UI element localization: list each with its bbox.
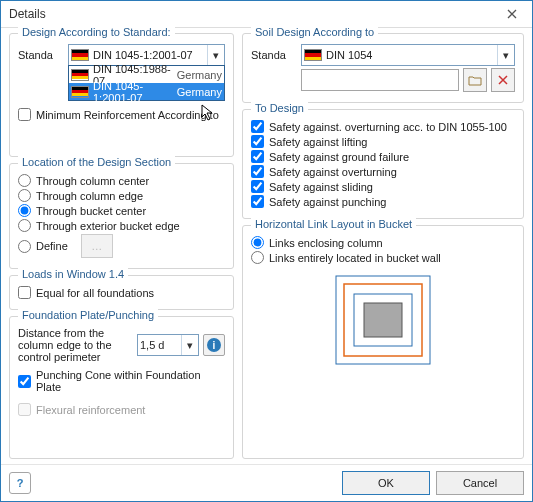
group-loads: Loads in Window 1.4 Equal for all founda… bbox=[9, 275, 234, 310]
chevron-down-icon: ▾ bbox=[207, 45, 224, 65]
radio-label: Links enclosing column bbox=[269, 237, 383, 249]
checkbox-label: Punching Cone within Foundation Plate bbox=[36, 369, 225, 393]
td-punching-checkbox[interactable] bbox=[251, 195, 264, 208]
soil-standard-label: Standa bbox=[251, 49, 297, 61]
equal-foundations-checkbox[interactable] bbox=[18, 286, 31, 299]
radio-label: Through exterior bucket edge bbox=[36, 220, 180, 232]
dropdown-label: DIN 1045-1:2001-07 bbox=[93, 80, 177, 104]
radio-label: Define bbox=[36, 240, 68, 252]
loc-bucket-center-radio[interactable] bbox=[18, 204, 31, 217]
min-reinforcement-checkbox[interactable] bbox=[18, 108, 31, 121]
soil-extra-input[interactable] bbox=[301, 69, 459, 91]
close-button[interactable] bbox=[492, 1, 532, 26]
radio-label: Through bucket center bbox=[36, 205, 146, 217]
folder-button[interactable] bbox=[463, 68, 487, 92]
footer: ? OK Cancel bbox=[1, 464, 532, 501]
group-to-design: To Design Safety against. overturning ac… bbox=[242, 109, 524, 219]
ok-button[interactable]: OK bbox=[342, 471, 430, 495]
distance-select[interactable]: 1,5 d ▾ bbox=[137, 334, 199, 356]
standard-dropdown: DIN 1045:1988-07 Germany DIN 1045-1:2001… bbox=[68, 65, 225, 101]
svg-rect-3 bbox=[364, 303, 402, 337]
standard-select[interactable]: DIN 1045-1:2001-07 ▾ DIN 1045:1988-07 Ge… bbox=[68, 44, 225, 66]
info-icon: i bbox=[207, 338, 221, 352]
loc-define-radio[interactable] bbox=[18, 240, 31, 253]
bucket-diagram bbox=[251, 266, 515, 372]
checkbox-label: Flexural reinforcement bbox=[36, 404, 145, 416]
checkbox-label: Safety against lifting bbox=[269, 136, 367, 148]
group-link-layout: Horizontal Link Layout in Bucket Links e… bbox=[242, 225, 524, 459]
td-lifting-checkbox[interactable] bbox=[251, 135, 264, 148]
radio-label: Through column edge bbox=[36, 190, 143, 202]
details-dialog: Details Design According to Standard: St… bbox=[0, 0, 533, 502]
soil-selected: DIN 1054 bbox=[326, 49, 372, 61]
cancel-button[interactable]: Cancel bbox=[436, 471, 524, 495]
delete-button[interactable] bbox=[491, 68, 515, 92]
radio-label: Links entirely located in bucket wall bbox=[269, 252, 441, 264]
group-title: Foundation Plate/Punching bbox=[18, 309, 158, 321]
group-design-standard: Design According to Standard: Standa DIN… bbox=[9, 33, 234, 157]
info-button[interactable]: i bbox=[203, 334, 225, 356]
group-soil-design: Soil Design According to Standa DIN 1054… bbox=[242, 33, 524, 103]
group-title: Loads in Window 1.4 bbox=[18, 268, 128, 280]
punching-cone-checkbox[interactable] bbox=[18, 375, 31, 388]
links-enclosing-radio[interactable] bbox=[251, 236, 264, 249]
standard-selected: DIN 1045-1:2001-07 bbox=[93, 49, 193, 61]
bucket-diagram-svg bbox=[328, 270, 438, 370]
dropdown-country: Germany bbox=[177, 86, 222, 98]
min-reinforcement-label: Minimum Reinforcement According to bbox=[36, 109, 219, 121]
td-overturning2-checkbox[interactable] bbox=[251, 165, 264, 178]
group-title: Soil Design According to bbox=[251, 26, 378, 38]
checkbox-label: Safety against. overturning acc. to DIN … bbox=[269, 121, 507, 133]
define-button[interactable]: … bbox=[81, 234, 113, 258]
td-ground-failure-checkbox[interactable] bbox=[251, 150, 264, 163]
help-icon: ? bbox=[17, 477, 24, 489]
flag-de-icon bbox=[304, 49, 322, 61]
chevron-down-icon: ▾ bbox=[181, 335, 198, 355]
loc-ext-bucket-edge-radio[interactable] bbox=[18, 219, 31, 232]
links-in-wall-radio[interactable] bbox=[251, 251, 264, 264]
checkbox-label: Safety against ground failure bbox=[269, 151, 409, 163]
group-location: Location of the Design Section Through c… bbox=[9, 163, 234, 269]
distance-label: Distance from the column edge to the con… bbox=[18, 327, 133, 363]
soil-standard-select[interactable]: DIN 1054 ▾ bbox=[301, 44, 515, 66]
loc-column-center-radio[interactable] bbox=[18, 174, 31, 187]
checkbox-label: Equal for all foundations bbox=[36, 287, 154, 299]
close-icon bbox=[507, 9, 517, 19]
chevron-down-icon: ▾ bbox=[497, 45, 514, 65]
x-icon bbox=[498, 75, 508, 85]
td-sliding-checkbox[interactable] bbox=[251, 180, 264, 193]
dropdown-country: Germany bbox=[177, 69, 222, 81]
group-title: Horizontal Link Layout in Bucket bbox=[251, 218, 416, 230]
flag-de-icon bbox=[71, 69, 89, 81]
checkbox-label: Safety against sliding bbox=[269, 181, 373, 193]
titlebar: Details bbox=[1, 1, 532, 28]
flag-de-icon bbox=[71, 49, 89, 61]
standard-label: Standa bbox=[18, 49, 64, 61]
distance-value: 1,5 d bbox=[140, 339, 164, 351]
ok-label: OK bbox=[378, 477, 394, 489]
group-title: Design According to Standard: bbox=[18, 26, 175, 38]
group-title: To Design bbox=[251, 102, 308, 114]
window-title: Details bbox=[9, 7, 46, 21]
help-button[interactable]: ? bbox=[9, 472, 31, 494]
folder-icon bbox=[468, 74, 482, 86]
loc-column-edge-radio[interactable] bbox=[18, 189, 31, 202]
checkbox-label: Safety against punching bbox=[269, 196, 386, 208]
dropdown-option[interactable]: DIN 1045-1:2001-07 Germany bbox=[69, 83, 224, 100]
flexural-reinf-checkbox bbox=[18, 403, 31, 416]
radio-label: Through column center bbox=[36, 175, 149, 187]
group-title: Location of the Design Section bbox=[18, 156, 175, 168]
cancel-label: Cancel bbox=[463, 477, 497, 489]
group-plate-punching: Foundation Plate/Punching Distance from … bbox=[9, 316, 234, 459]
td-overturning-checkbox[interactable] bbox=[251, 120, 264, 133]
flag-de-icon bbox=[71, 86, 89, 98]
checkbox-label: Safety against overturning bbox=[269, 166, 397, 178]
content-area: Design According to Standard: Standa DIN… bbox=[1, 27, 532, 465]
